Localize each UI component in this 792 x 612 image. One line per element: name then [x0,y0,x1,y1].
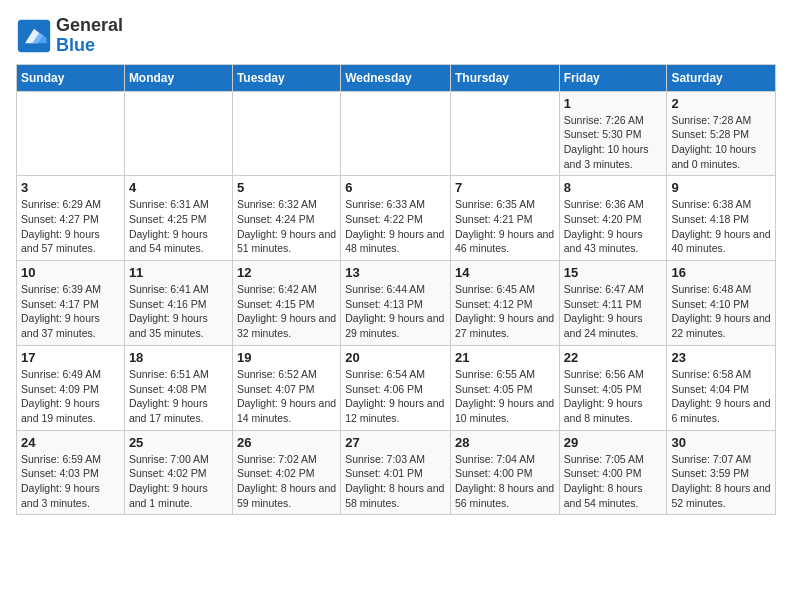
calendar-cell: 29Sunrise: 7:05 AM Sunset: 4:00 PM Dayli… [559,430,667,515]
calendar-cell: 10Sunrise: 6:39 AM Sunset: 4:17 PM Dayli… [17,261,125,346]
calendar-cell: 20Sunrise: 6:54 AM Sunset: 4:06 PM Dayli… [341,345,451,430]
col-header-saturday: Saturday [667,64,776,91]
calendar-cell: 17Sunrise: 6:49 AM Sunset: 4:09 PM Dayli… [17,345,125,430]
calendar-cell: 11Sunrise: 6:41 AM Sunset: 4:16 PM Dayli… [124,261,232,346]
day-number: 21 [455,350,555,365]
day-info: Sunrise: 6:36 AM Sunset: 4:20 PM Dayligh… [564,197,663,256]
day-info: Sunrise: 7:02 AM Sunset: 4:02 PM Dayligh… [237,452,336,511]
day-info: Sunrise: 6:49 AM Sunset: 4:09 PM Dayligh… [21,367,120,426]
day-info: Sunrise: 7:07 AM Sunset: 3:59 PM Dayligh… [671,452,771,511]
day-info: Sunrise: 6:42 AM Sunset: 4:15 PM Dayligh… [237,282,336,341]
calendar-cell: 6Sunrise: 6:33 AM Sunset: 4:22 PM Daylig… [341,176,451,261]
calendar-cell: 18Sunrise: 6:51 AM Sunset: 4:08 PM Dayli… [124,345,232,430]
calendar-cell [232,91,340,176]
calendar-header-row: SundayMondayTuesdayWednesdayThursdayFrid… [17,64,776,91]
day-info: Sunrise: 7:28 AM Sunset: 5:28 PM Dayligh… [671,113,771,172]
day-number: 12 [237,265,336,280]
day-number: 20 [345,350,446,365]
day-number: 10 [21,265,120,280]
calendar-cell: 9Sunrise: 6:38 AM Sunset: 4:18 PM Daylig… [667,176,776,261]
day-info: Sunrise: 6:41 AM Sunset: 4:16 PM Dayligh… [129,282,228,341]
calendar-cell [450,91,559,176]
col-header-thursday: Thursday [450,64,559,91]
day-number: 1 [564,96,663,111]
day-info: Sunrise: 6:35 AM Sunset: 4:21 PM Dayligh… [455,197,555,256]
calendar-cell: 27Sunrise: 7:03 AM Sunset: 4:01 PM Dayli… [341,430,451,515]
day-info: Sunrise: 6:44 AM Sunset: 4:13 PM Dayligh… [345,282,446,341]
day-number: 19 [237,350,336,365]
day-info: Sunrise: 6:51 AM Sunset: 4:08 PM Dayligh… [129,367,228,426]
calendar-cell: 1Sunrise: 7:26 AM Sunset: 5:30 PM Daylig… [559,91,667,176]
day-info: Sunrise: 6:33 AM Sunset: 4:22 PM Dayligh… [345,197,446,256]
calendar-cell: 15Sunrise: 6:47 AM Sunset: 4:11 PM Dayli… [559,261,667,346]
col-header-sunday: Sunday [17,64,125,91]
calendar-cell: 3Sunrise: 6:29 AM Sunset: 4:27 PM Daylig… [17,176,125,261]
calendar-cell [341,91,451,176]
calendar-cell: 26Sunrise: 7:02 AM Sunset: 4:02 PM Dayli… [232,430,340,515]
calendar-cell: 25Sunrise: 7:00 AM Sunset: 4:02 PM Dayli… [124,430,232,515]
calendar-cell: 21Sunrise: 6:55 AM Sunset: 4:05 PM Dayli… [450,345,559,430]
day-number: 5 [237,180,336,195]
calendar-cell: 28Sunrise: 7:04 AM Sunset: 4:00 PM Dayli… [450,430,559,515]
day-info: Sunrise: 6:31 AM Sunset: 4:25 PM Dayligh… [129,197,228,256]
calendar-cell: 13Sunrise: 6:44 AM Sunset: 4:13 PM Dayli… [341,261,451,346]
page-header: General Blue [16,16,776,56]
day-number: 28 [455,435,555,450]
day-number: 8 [564,180,663,195]
day-number: 15 [564,265,663,280]
calendar-week-row: 3Sunrise: 6:29 AM Sunset: 4:27 PM Daylig… [17,176,776,261]
day-number: 13 [345,265,446,280]
calendar-table: SundayMondayTuesdayWednesdayThursdayFrid… [16,64,776,516]
day-number: 18 [129,350,228,365]
calendar-cell: 16Sunrise: 6:48 AM Sunset: 4:10 PM Dayli… [667,261,776,346]
day-number: 30 [671,435,771,450]
calendar-cell: 14Sunrise: 6:45 AM Sunset: 4:12 PM Dayli… [450,261,559,346]
day-info: Sunrise: 7:26 AM Sunset: 5:30 PM Dayligh… [564,113,663,172]
calendar-week-row: 1Sunrise: 7:26 AM Sunset: 5:30 PM Daylig… [17,91,776,176]
col-header-monday: Monday [124,64,232,91]
day-info: Sunrise: 6:39 AM Sunset: 4:17 PM Dayligh… [21,282,120,341]
day-number: 17 [21,350,120,365]
day-number: 29 [564,435,663,450]
day-number: 11 [129,265,228,280]
col-header-friday: Friday [559,64,667,91]
day-info: Sunrise: 6:59 AM Sunset: 4:03 PM Dayligh… [21,452,120,511]
day-info: Sunrise: 6:47 AM Sunset: 4:11 PM Dayligh… [564,282,663,341]
day-number: 7 [455,180,555,195]
day-number: 9 [671,180,771,195]
calendar-week-row: 24Sunrise: 6:59 AM Sunset: 4:03 PM Dayli… [17,430,776,515]
day-info: Sunrise: 7:05 AM Sunset: 4:00 PM Dayligh… [564,452,663,511]
day-info: Sunrise: 6:32 AM Sunset: 4:24 PM Dayligh… [237,197,336,256]
day-number: 14 [455,265,555,280]
day-info: Sunrise: 6:54 AM Sunset: 4:06 PM Dayligh… [345,367,446,426]
day-info: Sunrise: 6:55 AM Sunset: 4:05 PM Dayligh… [455,367,555,426]
calendar-cell: 19Sunrise: 6:52 AM Sunset: 4:07 PM Dayli… [232,345,340,430]
day-info: Sunrise: 6:29 AM Sunset: 4:27 PM Dayligh… [21,197,120,256]
day-number: 24 [21,435,120,450]
calendar-cell: 7Sunrise: 6:35 AM Sunset: 4:21 PM Daylig… [450,176,559,261]
day-number: 22 [564,350,663,365]
calendar-cell: 30Sunrise: 7:07 AM Sunset: 3:59 PM Dayli… [667,430,776,515]
calendar-cell: 5Sunrise: 6:32 AM Sunset: 4:24 PM Daylig… [232,176,340,261]
day-info: Sunrise: 7:04 AM Sunset: 4:00 PM Dayligh… [455,452,555,511]
calendar-cell [124,91,232,176]
day-number: 3 [21,180,120,195]
logo-icon [16,18,52,54]
day-number: 25 [129,435,228,450]
calendar-cell: 23Sunrise: 6:58 AM Sunset: 4:04 PM Dayli… [667,345,776,430]
calendar-cell: 2Sunrise: 7:28 AM Sunset: 5:28 PM Daylig… [667,91,776,176]
calendar-cell: 12Sunrise: 6:42 AM Sunset: 4:15 PM Dayli… [232,261,340,346]
calendar-cell: 22Sunrise: 6:56 AM Sunset: 4:05 PM Dayli… [559,345,667,430]
calendar-cell [17,91,125,176]
logo-text: General Blue [56,16,123,56]
day-info: Sunrise: 6:56 AM Sunset: 4:05 PM Dayligh… [564,367,663,426]
day-number: 23 [671,350,771,365]
calendar-week-row: 10Sunrise: 6:39 AM Sunset: 4:17 PM Dayli… [17,261,776,346]
day-number: 26 [237,435,336,450]
col-header-wednesday: Wednesday [341,64,451,91]
day-info: Sunrise: 7:00 AM Sunset: 4:02 PM Dayligh… [129,452,228,511]
calendar-cell: 24Sunrise: 6:59 AM Sunset: 4:03 PM Dayli… [17,430,125,515]
logo: General Blue [16,16,123,56]
day-info: Sunrise: 7:03 AM Sunset: 4:01 PM Dayligh… [345,452,446,511]
day-number: 4 [129,180,228,195]
